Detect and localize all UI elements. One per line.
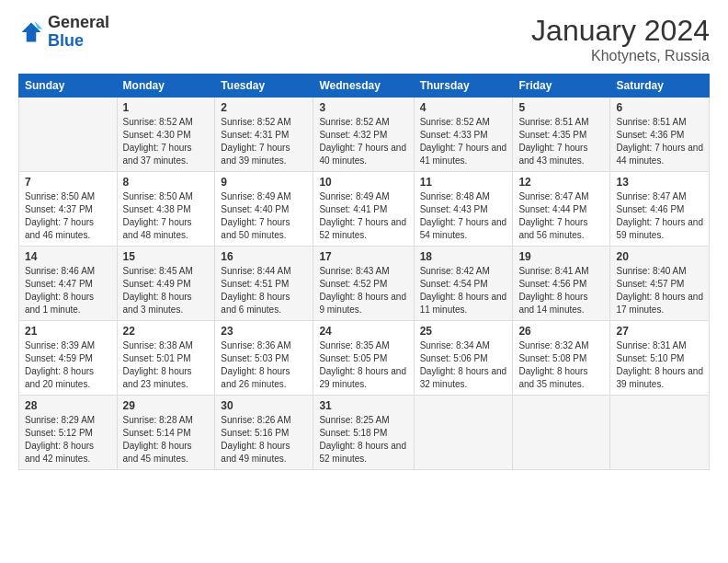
day-number: 13 [616,176,703,189]
calendar-cell: 13Sunrise: 8:47 AMSunset: 4:46 PMDayligh… [610,172,710,247]
calendar-header: Sunday Monday Tuesday Wednesday Thursday… [19,75,710,98]
calendar-cell: 12Sunrise: 8:47 AMSunset: 4:44 PMDayligh… [513,172,610,247]
location: Khotynets, Russia [531,48,710,64]
day-number: 16 [221,250,307,263]
day-info: Sunrise: 8:34 AMSunset: 5:06 PMDaylight:… [420,339,507,391]
calendar-cell: 3Sunrise: 8:52 AMSunset: 4:32 PMDaylight… [313,98,414,172]
calendar-cell: 14Sunrise: 8:46 AMSunset: 4:47 PMDayligh… [19,247,118,321]
day-info: Sunrise: 8:50 AMSunset: 4:38 PMDaylight:… [123,190,210,242]
calendar-row: 21Sunrise: 8:39 AMSunset: 4:59 PMDayligh… [19,321,710,396]
day-number: 21 [25,325,111,338]
day-info: Sunrise: 8:26 AMSunset: 5:16 PMDaylight:… [221,414,307,465]
day-info: Sunrise: 8:42 AMSunset: 4:54 PMDaylight:… [420,265,507,316]
day-number: 20 [616,250,703,263]
calendar-cell: 11Sunrise: 8:48 AMSunset: 4:43 PMDayligh… [414,172,513,247]
col-saturday: Saturday [610,75,710,98]
calendar-cell: 23Sunrise: 8:36 AMSunset: 5:03 PMDayligh… [215,321,313,396]
page: General Blue January 2024 Khotynets, Rus… [0,0,728,563]
col-monday: Monday [117,75,215,98]
header-row: Sunday Monday Tuesday Wednesday Thursday… [19,75,710,98]
day-info: Sunrise: 8:31 AMSunset: 5:10 PMDaylight:… [616,339,703,391]
month-title: January 2024 [531,14,710,48]
day-number: 5 [518,101,604,114]
calendar-cell: 4Sunrise: 8:52 AMSunset: 4:33 PMDaylight… [414,98,513,172]
day-info: Sunrise: 8:45 AMSunset: 4:49 PMDaylight:… [123,265,210,316]
calendar-cell: 8Sunrise: 8:50 AMSunset: 4:38 PMDaylight… [117,172,215,247]
day-number: 30 [221,399,307,412]
day-info: Sunrise: 8:38 AMSunset: 5:01 PMDaylight:… [123,339,210,391]
day-number: 3 [319,101,407,114]
day-info: Sunrise: 8:51 AMSunset: 4:35 PMDaylight:… [518,116,604,167]
calendar-cell [610,396,710,470]
calendar-cell: 30Sunrise: 8:26 AMSunset: 5:16 PMDayligh… [215,396,313,470]
day-info: Sunrise: 8:50 AMSunset: 4:37 PMDaylight:… [25,190,111,242]
col-wednesday: Wednesday [313,75,414,98]
calendar-cell: 16Sunrise: 8:44 AMSunset: 4:51 PMDayligh… [215,247,313,321]
day-info: Sunrise: 8:49 AMSunset: 4:40 PMDaylight:… [221,190,307,242]
calendar-cell [414,396,513,470]
day-number: 19 [518,250,604,263]
day-number: 24 [319,325,407,338]
calendar-body: 1Sunrise: 8:52 AMSunset: 4:30 PMDaylight… [19,98,710,470]
day-number: 17 [319,250,407,263]
calendar-cell: 6Sunrise: 8:51 AMSunset: 4:36 PMDaylight… [610,98,710,172]
col-sunday: Sunday [19,75,118,98]
day-number: 2 [221,101,307,114]
calendar-cell: 19Sunrise: 8:41 AMSunset: 4:56 PMDayligh… [513,247,610,321]
day-number: 26 [518,325,604,338]
day-number: 12 [518,176,604,189]
calendar-cell: 21Sunrise: 8:39 AMSunset: 4:59 PMDayligh… [19,321,118,396]
calendar-cell: 7Sunrise: 8:50 AMSunset: 4:37 PMDaylight… [19,172,118,247]
day-number: 23 [221,325,307,338]
day-number: 14 [25,250,111,263]
calendar-cell: 26Sunrise: 8:32 AMSunset: 5:08 PMDayligh… [513,321,610,396]
day-info: Sunrise: 8:52 AMSunset: 4:30 PMDaylight:… [123,116,210,167]
day-info: Sunrise: 8:41 AMSunset: 4:56 PMDaylight:… [518,265,604,316]
calendar-cell: 25Sunrise: 8:34 AMSunset: 5:06 PMDayligh… [414,321,513,396]
day-info: Sunrise: 8:44 AMSunset: 4:51 PMDaylight:… [221,265,307,316]
day-info: Sunrise: 8:40 AMSunset: 4:57 PMDaylight:… [616,265,703,316]
logo-text: General Blue [48,14,109,51]
day-number: 31 [319,399,407,412]
day-info: Sunrise: 8:39 AMSunset: 4:59 PMDaylight:… [25,339,111,391]
day-info: Sunrise: 8:52 AMSunset: 4:32 PMDaylight:… [319,116,407,167]
day-number: 4 [420,101,507,114]
day-number: 10 [319,176,407,189]
day-info: Sunrise: 8:32 AMSunset: 5:08 PMDaylight:… [518,339,604,391]
col-thursday: Thursday [414,75,513,98]
calendar-cell: 10Sunrise: 8:49 AMSunset: 4:41 PMDayligh… [313,172,414,247]
day-number: 22 [123,325,210,338]
day-info: Sunrise: 8:28 AMSunset: 5:14 PMDaylight:… [123,414,210,465]
day-number: 18 [420,250,507,263]
day-number: 1 [123,101,210,114]
calendar-cell: 29Sunrise: 8:28 AMSunset: 5:14 PMDayligh… [117,396,215,470]
calendar-table: Sunday Monday Tuesday Wednesday Thursday… [18,74,710,470]
day-info: Sunrise: 8:35 AMSunset: 5:05 PMDaylight:… [319,339,407,391]
day-number: 25 [420,325,507,338]
calendar-cell [19,98,118,172]
calendar-row: 7Sunrise: 8:50 AMSunset: 4:37 PMDaylight… [19,172,710,247]
day-number: 7 [25,176,111,189]
col-tuesday: Tuesday [215,75,313,98]
calendar-row: 28Sunrise: 8:29 AMSunset: 5:12 PMDayligh… [19,396,710,470]
day-info: Sunrise: 8:52 AMSunset: 4:31 PMDaylight:… [221,116,307,167]
calendar-cell: 5Sunrise: 8:51 AMSunset: 4:35 PMDaylight… [513,98,610,172]
logo-general: General [48,13,109,31]
calendar-cell: 2Sunrise: 8:52 AMSunset: 4:31 PMDaylight… [215,98,313,172]
day-number: 28 [25,399,111,412]
calendar-cell: 1Sunrise: 8:52 AMSunset: 4:30 PMDaylight… [117,98,215,172]
col-friday: Friday [513,75,610,98]
calendar-cell: 27Sunrise: 8:31 AMSunset: 5:10 PMDayligh… [610,321,710,396]
calendar-row: 14Sunrise: 8:46 AMSunset: 4:47 PMDayligh… [19,247,710,321]
calendar-cell: 15Sunrise: 8:45 AMSunset: 4:49 PMDayligh… [117,247,215,321]
day-number: 8 [123,176,210,189]
logo-icon [18,19,44,45]
day-info: Sunrise: 8:25 AMSunset: 5:18 PMDaylight:… [319,414,407,465]
header: General Blue January 2024 Khotynets, Rus… [18,14,710,64]
calendar-cell: 28Sunrise: 8:29 AMSunset: 5:12 PMDayligh… [19,396,118,470]
calendar-cell: 22Sunrise: 8:38 AMSunset: 5:01 PMDayligh… [117,321,215,396]
day-info: Sunrise: 8:49 AMSunset: 4:41 PMDaylight:… [319,190,407,242]
calendar-cell: 31Sunrise: 8:25 AMSunset: 5:18 PMDayligh… [313,396,414,470]
calendar-cell: 18Sunrise: 8:42 AMSunset: 4:54 PMDayligh… [414,247,513,321]
day-number: 15 [123,250,210,263]
